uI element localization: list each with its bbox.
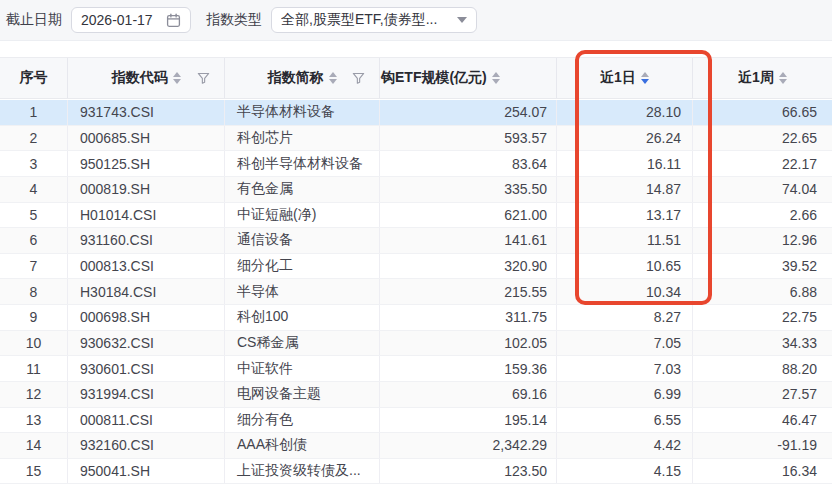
column-label: 近1日 <box>600 69 636 87</box>
table-row[interactable]: 1931743.CSI半导体材料设备254.0728.1066.65 <box>0 100 832 126</box>
chevron-down-icon <box>457 17 467 23</box>
cell-no: 9 <box>0 305 68 330</box>
cell-d1: 4.15 <box>557 459 693 484</box>
column-label: 序号 <box>20 69 48 87</box>
cell-no: 3 <box>0 151 68 176</box>
cell-d1: 7.03 <box>557 356 693 381</box>
cell-code: 931994.CSI <box>68 382 225 407</box>
sort-icon-active-desc[interactable] <box>641 72 649 84</box>
cell-w1: 88.20 <box>693 356 832 381</box>
cell-scale: 215.55 <box>380 279 557 304</box>
cell-name: 有色金属 <box>225 177 380 202</box>
cell-code: 931743.CSI <box>68 100 225 125</box>
sort-icon[interactable] <box>329 72 337 84</box>
cell-d1: 6.99 <box>557 382 693 407</box>
cell-w1: 34.33 <box>693 331 832 356</box>
calendar-icon <box>166 13 181 28</box>
column-header-1week[interactable]: 近1周 <box>693 58 832 98</box>
column-header-1day[interactable]: 近1日 <box>557 58 693 98</box>
cell-code: 931160.CSI <box>68 228 225 253</box>
cell-scale: 593.57 <box>380 126 557 151</box>
cell-d1: 4.42 <box>557 433 693 458</box>
index-type-select[interactable]: 全部,股票型ETF,债券型... <box>271 7 477 33</box>
cell-name: CS稀金属 <box>225 331 380 356</box>
table-row[interactable]: 11930601.CSI中证软件159.367.0388.20 <box>0 356 832 382</box>
cell-code: H01014.CSI <box>68 203 225 228</box>
cell-code: 000811.CSI <box>68 408 225 433</box>
table-row[interactable]: 13000811.CSI细分有色195.146.5546.47 <box>0 408 832 434</box>
cell-name: 科创半导体材料设备 <box>225 151 380 176</box>
column-label: 指数简称 <box>268 69 324 87</box>
cell-w1: 66.65 <box>693 100 832 125</box>
filter-icon[interactable] <box>197 72 210 85</box>
cell-code: 950041.SH <box>68 459 225 484</box>
cell-w1: -91.19 <box>693 433 832 458</box>
cell-w1: 2.66 <box>693 203 832 228</box>
cell-w1: 39.52 <box>693 254 832 279</box>
cell-name: 细分化工 <box>225 254 380 279</box>
cell-d1: 10.65 <box>557 254 693 279</box>
cell-code: 930601.CSI <box>68 356 225 381</box>
cell-w1: 27.57 <box>693 382 832 407</box>
screen: 截止日期 2026-01-17 指数类型 全部,股票型ETF,债券型... 序号 <box>0 0 832 486</box>
date-label: 截止日期 <box>6 11 62 29</box>
cell-d1: 28.10 <box>557 100 693 125</box>
table-row[interactable]: 10930632.CSICS稀金属102.057.0534.33 <box>0 331 832 357</box>
cell-w1: 6.88 <box>693 279 832 304</box>
date-picker-input[interactable]: 2026-01-17 <box>71 7 191 33</box>
table-row[interactable]: 2000685.SH科创芯片593.5726.2422.65 <box>0 126 832 152</box>
cell-w1: 74.04 <box>693 177 832 202</box>
cell-d1: 7.05 <box>557 331 693 356</box>
index-type-value: 全部,股票型ETF,债券型... <box>281 11 437 29</box>
table-row[interactable]: 7000813.CSI细分化工320.9010.6539.52 <box>0 254 832 280</box>
cell-no: 10 <box>0 331 68 356</box>
sort-icon[interactable] <box>779 72 787 84</box>
cell-no: 15 <box>0 459 68 484</box>
table-row[interactable]: 9000698.SH科创100311.758.2722.75 <box>0 305 832 331</box>
sort-icon[interactable] <box>173 72 181 84</box>
table-row[interactable]: 14932160.CSIAAA科创债2,342.294.42-91.19 <box>0 433 832 459</box>
column-label: 指数代码 <box>112 69 168 87</box>
cell-d1: 26.24 <box>557 126 693 151</box>
cell-w1: 16.34 <box>693 459 832 484</box>
column-label: 钩ETF规模(亿元) <box>381 69 487 87</box>
column-header-index-name[interactable]: 指数简称 <box>225 58 380 98</box>
cell-d1: 8.27 <box>557 305 693 330</box>
cell-code: 932160.CSI <box>68 433 225 458</box>
cell-w1: 22.17 <box>693 151 832 176</box>
cell-scale: 195.14 <box>380 408 557 433</box>
table-row[interactable]: 15950041.SH上证投资级转债及...123.504.1516.34 <box>0 459 832 485</box>
cell-w1: 46.47 <box>693 408 832 433</box>
cell-scale: 69.16 <box>380 382 557 407</box>
table-row[interactable]: 12931994.CSI电网设备主题69.166.9927.57 <box>0 382 832 408</box>
cell-w1: 12.96 <box>693 228 832 253</box>
cell-code: 930632.CSI <box>68 331 225 356</box>
cell-scale: 311.75 <box>380 305 557 330</box>
cell-no: 5 <box>0 203 68 228</box>
column-header-index-code[interactable]: 指数代码 <box>68 58 225 98</box>
column-header-serial: 序号 <box>0 58 68 98</box>
date-value: 2026-01-17 <box>81 12 153 28</box>
cell-scale: 335.50 <box>380 177 557 202</box>
table-body: 1931743.CSI半导体材料设备254.0728.1066.65200068… <box>0 100 832 484</box>
cell-name: 中证短融(净) <box>225 203 380 228</box>
column-header-etf-scale[interactable]: 钩ETF规模(亿元) <box>380 58 557 98</box>
cell-no: 12 <box>0 382 68 407</box>
sort-icon[interactable] <box>492 72 500 84</box>
cell-code: H30184.CSI <box>68 279 225 304</box>
table-row[interactable]: 5H01014.CSI中证短融(净)621.0013.172.66 <box>0 203 832 229</box>
table-row[interactable]: 4000819.SH有色金属335.5014.8774.04 <box>0 177 832 203</box>
table-row[interactable]: 6931160.CSI通信设备141.6111.5112.96 <box>0 228 832 254</box>
table-row[interactable]: 3950125.SH科创半导体材料设备83.6416.1122.17 <box>0 151 832 177</box>
cell-d1: 10.34 <box>557 279 693 304</box>
cell-w1: 22.65 <box>693 126 832 151</box>
cell-scale: 254.07 <box>380 100 557 125</box>
cell-code: 000819.SH <box>68 177 225 202</box>
cell-w1: 22.75 <box>693 305 832 330</box>
cell-d1: 11.51 <box>557 228 693 253</box>
column-label: 近1周 <box>738 69 774 87</box>
cell-name: 科创芯片 <box>225 126 380 151</box>
filter-icon[interactable] <box>352 72 365 85</box>
cell-scale: 141.61 <box>380 228 557 253</box>
table-row[interactable]: 8H30184.CSI半导体215.5510.346.88 <box>0 279 832 305</box>
